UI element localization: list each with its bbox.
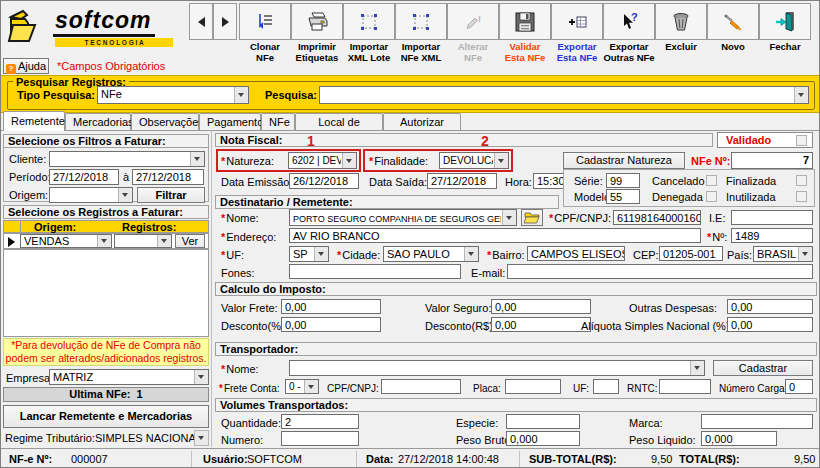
peso-liquido-input[interactable]: 0,000 — [701, 431, 777, 446]
origem-select[interactable] — [49, 187, 133, 203]
novo-button[interactable] — [707, 3, 759, 40]
chevron-down-icon — [798, 247, 812, 261]
chevron-down-icon — [304, 380, 318, 393]
especie-input[interactable] — [506, 414, 580, 429]
email-input[interactable] — [507, 264, 813, 279]
validar-esta-nfe-button[interactable] — [499, 3, 551, 40]
destinatario-title: Destinatario / Remetente: — [215, 195, 559, 209]
ajuda-button[interactable]: ?Ajuda — [3, 58, 49, 74]
nfe-numero-input[interactable]: 7 — [731, 152, 813, 169]
chevron-down-icon — [234, 87, 248, 103]
tab-local-de-entrega[interactable]: Local de Entrega — [295, 113, 383, 130]
validado-checkbox[interactable] — [796, 135, 807, 146]
cliente-select[interactable] — [49, 151, 205, 167]
dest-nome-select[interactable]: PORTO SEGURO COMPANHIA DE SEGUROS GERAIS — [289, 209, 517, 226]
uf-select[interactable]: SP — [289, 246, 329, 262]
periodo-ate-input[interactable]: 27/12/2018 — [132, 169, 204, 185]
exportar-outras-nfe-button[interactable]: ? — [603, 3, 655, 40]
chevron-down-icon — [194, 430, 209, 446]
transp-nome-label: Nome: — [226, 363, 258, 375]
chevron-down-icon — [97, 235, 111, 247]
endereco-input[interactable]: AV RIO BRANCO — [289, 228, 701, 243]
buscar-cliente-button[interactable] — [521, 209, 543, 226]
nav-back-button[interactable] — [189, 3, 213, 40]
filtrar-button[interactable]: Filtrar — [137, 187, 205, 203]
uf-label: UF: — [226, 249, 244, 261]
rntc-input[interactable] — [659, 379, 711, 394]
cadastrar-transportador-button[interactable]: Cadastrar — [713, 360, 813, 376]
fones-input[interactable] — [289, 264, 461, 279]
lancar-remetente-mercadorias-button[interactable]: Lancar Remetente e Mercadorias — [3, 405, 209, 428]
imprimir-etiquetas-button[interactable] — [291, 3, 343, 40]
clonar-nfe-button[interactable] — [239, 3, 291, 40]
floppy-disk-icon — [513, 10, 537, 34]
cancelado-checkbox[interactable] — [706, 175, 717, 186]
serie-label: Série: — [574, 175, 603, 188]
regime-tributario-select[interactable]: Regime Tributário: SIMPLES NACIONAL — [3, 430, 209, 446]
aliquota-input[interactable]: 0,00 — [727, 317, 813, 332]
data-emissao-input[interactable]: 26/12/2018 — [289, 173, 359, 189]
numero-input[interactable]: 1489 — [731, 228, 813, 243]
pais-select[interactable]: BRASIL — [753, 246, 813, 262]
bairro-input[interactable]: CAMPOS ELISEOS — [527, 246, 625, 261]
transp-uf-input[interactable] — [593, 379, 619, 394]
tab-nfe[interactable]: NFe — [261, 113, 295, 130]
fechar-button[interactable] — [759, 3, 811, 40]
data-saida-input[interactable]: 27/12/2018 — [427, 173, 497, 189]
finalizada-checkbox[interactable] — [796, 175, 807, 186]
registro-registros-select[interactable] — [114, 234, 172, 248]
cpf-cnpj-input[interactable]: 61198164000160 — [613, 210, 701, 225]
annotation-number-1: 1 — [307, 133, 315, 149]
frete-conta-select[interactable]: 0 - — [285, 379, 319, 394]
transp-cpf-input[interactable] — [381, 379, 461, 394]
nfe-application-window: softcom T E C N O L O G I A Clonar NFe — [0, 0, 820, 468]
desconto-rs-input[interactable]: 0,00 — [491, 317, 591, 332]
numero-vol-input[interactable] — [281, 431, 359, 446]
logo-brand-text: softcom — [53, 7, 155, 37]
periodo-de-input[interactable]: 27/12/2018 — [49, 169, 119, 185]
status-bar: NF-e Nº: 000007 Usuário: SOFTCOM Data: 2… — [1, 448, 820, 468]
tab-remetente[interactable]: Remetente — [3, 111, 65, 131]
registros-list[interactable] — [3, 249, 209, 337]
col-origem-header: Origem: — [34, 221, 76, 233]
registro-origem-select[interactable]: VENDAS — [20, 234, 112, 248]
outras-despesas-input[interactable]: 0,00 — [727, 299, 813, 314]
validado-panel: Validado — [717, 132, 813, 148]
excluir-button[interactable] — [655, 3, 707, 40]
peso-bruto-input[interactable]: 0,000 — [506, 431, 580, 446]
ie-input[interactable] — [731, 210, 813, 225]
numero-carga-label: Número Carga: — [719, 382, 787, 395]
tab-mercadorias[interactable]: Mercadorias — [65, 113, 131, 130]
serie-input[interactable]: 99 — [606, 173, 640, 188]
importar-xml-lote-button[interactable] — [343, 3, 395, 40]
placa-input[interactable] — [505, 379, 561, 394]
empresa-select[interactable]: MATRIZ — [49, 369, 209, 385]
valor-frete-input[interactable]: 0,00 — [281, 299, 381, 314]
modelo-input[interactable]: 55 — [606, 189, 640, 204]
marca-input[interactable] — [701, 414, 813, 429]
tab-pagamento[interactable]: Pagamento — [199, 113, 261, 130]
trash-icon — [670, 11, 692, 33]
desconto-pct-input[interactable]: 0,00 — [281, 317, 381, 332]
rntc-label: RNTC: — [627, 382, 658, 395]
importar-nfe-xml-button[interactable] — [395, 3, 447, 40]
valor-seguro-input[interactable]: 0,00 — [491, 299, 591, 314]
inutilizada-checkbox[interactable] — [796, 191, 807, 202]
tab-observacoes[interactable]: Observações — [131, 113, 199, 130]
tab-autorizar-xml[interactable]: Autorizar XML — [383, 113, 461, 130]
denegada-checkbox[interactable] — [706, 191, 717, 202]
nav-forward-button[interactable] — [213, 3, 237, 40]
cadastrar-natureza-button[interactable]: Cadastrar Natureza — [563, 152, 685, 169]
exportar-esta-nfe-button[interactable] — [551, 3, 603, 40]
tipo-pesquisa-select[interactable]: NFe — [97, 86, 249, 104]
cep-input[interactable]: 01205-001 — [659, 246, 723, 261]
data-emissao-label: Data Emissão: — [221, 176, 293, 189]
numero-carga-input[interactable]: 0 — [785, 379, 813, 394]
novo-label: Novo — [707, 42, 759, 53]
quantidade-input[interactable]: 2 — [281, 414, 359, 429]
ver-button[interactable]: Ver — [175, 234, 205, 248]
transp-nome-select[interactable] — [289, 360, 705, 376]
cidade-select[interactable]: SAO PAULO — [383, 246, 479, 262]
pesquisa-select[interactable] — [319, 86, 809, 104]
status-nfe-value: 000007 — [71, 453, 108, 466]
